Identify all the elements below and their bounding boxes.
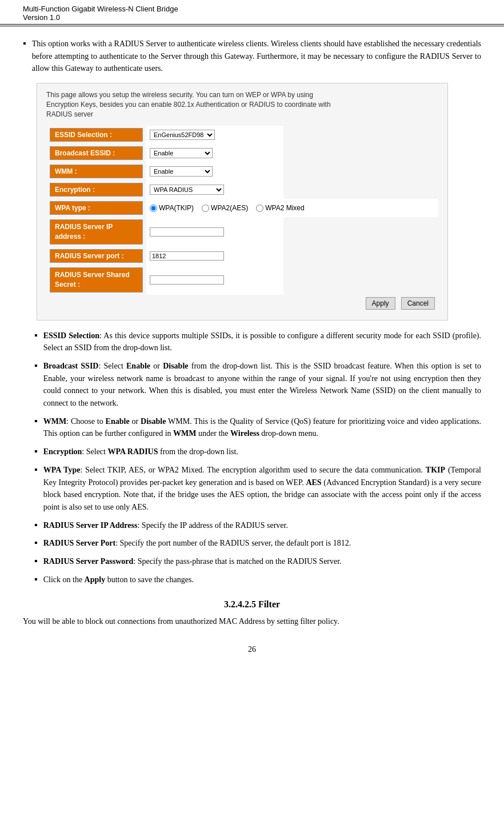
select-broadcast-essid[interactable]: Enable Disable [150, 148, 213, 158]
radio-item-tkip[interactable]: WPA(TKIP) [150, 204, 194, 212]
table-row: Encryption : WPA RADIUS [46, 181, 438, 199]
text-wpatype: : Select TKIP, AES, or WPA2 Mixed. The e… [43, 466, 481, 511]
input-wpatype-cell: WPA(TKIP) WPA2(AES) WPA2 Mixed [146, 199, 438, 217]
form-table: ESSID Selection : EnGenius52FD98 Broadca… [46, 126, 438, 311]
bold-broadcast: Broadcast SSID [43, 362, 99, 370]
text-radius-port: : Specify the port number of the RADIUS … [115, 539, 351, 547]
bullet-sq: ▪ [34, 574, 38, 584]
input-radius-port[interactable] [150, 251, 224, 261]
bold-wpatype: WPA Type [43, 466, 81, 474]
label-essid: ESSID Selection : [50, 128, 143, 142]
button-row: Apply Cancel [283, 295, 438, 312]
text-encryption: : Select WPA RADIUS from the drop-down l… [82, 447, 238, 456]
page-number: 26 [23, 645, 481, 654]
bullet-sq: ▪ [34, 416, 38, 426]
bullet-text-radius-pass: RADIUS Server Password: Specify the pass… [43, 555, 342, 568]
text-broadcast: : Select Enable or Disable from the drop… [43, 362, 481, 407]
bullet-item-broadcast: ▪ Broadcast SSID: Select Enable or Disab… [34, 360, 481, 410]
input-radius-secret[interactable] [150, 275, 224, 285]
text-radius-pass: : Specify the pass-phrase that is matche… [133, 557, 341, 566]
bullet-text-encryption: Encryption: Select WPA RADIUS from the d… [43, 446, 238, 458]
input-radius-ip[interactable] [150, 227, 224, 237]
bold-essid: ESSID Selection [43, 331, 99, 340]
label-wmm: WMM : [50, 165, 143, 178]
bullet-text-radius-ip: RADIUS Server IP Address: Specify the IP… [43, 519, 288, 532]
bullet-symbol: ▪ [23, 38, 26, 49]
bullet-sq: ▪ [34, 520, 38, 530]
table-row: WPA type : WPA(TKIP) WPA2(AES) WPA2 Mixe… [46, 199, 438, 217]
select-encryption[interactable]: WPA RADIUS [150, 185, 224, 195]
bullet-text-essid: ESSID Selection: As this device supports… [43, 330, 481, 354]
section-para: You will be able to block out connection… [23, 615, 481, 628]
apply-button[interactable]: Apply [366, 297, 395, 310]
label-wpa-type: WPA type : [50, 201, 143, 215]
header-line2: Version 1.0 [23, 13, 481, 22]
bullet-sq: ▪ [34, 556, 38, 566]
radio-mixed[interactable] [256, 205, 263, 212]
bullet-sq: ▪ [34, 361, 38, 371]
cancel-button[interactable]: Cancel [401, 297, 435, 310]
radio-item-mixed[interactable]: WPA2 Mixed [256, 204, 304, 212]
bold-radius-pass: RADIUS Server Password [43, 557, 134, 566]
intro-bullet-section: ▪ This option works with a RADIUS Server… [23, 38, 481, 75]
bullet-item-wpatype: ▪ WPA Type: Select TKIP, AES, or WPA2 Mi… [34, 464, 481, 514]
label-encryption: Encryption : [50, 183, 143, 197]
radio-tkip[interactable] [150, 205, 157, 212]
bullet-sq: ▪ [34, 538, 38, 548]
input-radius-port-cell [146, 247, 283, 265]
bullet-text-apply: Click on the Apply button to save the ch… [43, 574, 194, 586]
bullet-sq: ▪ [34, 446, 38, 456]
header-line1: Multi-Function Gigabit Wireless-N Client… [23, 5, 481, 13]
table-row: RADIUS Server SharedSecret : [46, 265, 438, 295]
table-row: RADIUS Server IPaddress : [46, 217, 438, 247]
bullet-item-wmm: ▪ WMM: Choose to Enable or Disable WMM. … [34, 415, 481, 440]
bullet-item-essid: ▪ ESSID Selection: As this device suppor… [34, 330, 481, 354]
bullet-text-broadcast: Broadcast SSID: Select Enable or Disable… [43, 360, 481, 410]
select-wmm[interactable]: Enable Disable [150, 166, 213, 177]
table-row: WMM : Enable Disable [46, 162, 438, 181]
input-broadcast-cell: Enable Disable [146, 144, 283, 162]
bullet-item-encryption: ▪ Encryption: Select WPA RADIUS from the… [34, 446, 481, 458]
input-essid-cell: EnGenius52FD98 [146, 126, 283, 144]
bold-radius-port: RADIUS Server Port [43, 539, 116, 547]
text-apply: Click on the Apply button to save the ch… [43, 575, 194, 584]
input-encryption-cell: WPA RADIUS [146, 181, 283, 199]
bold-radius-ip: RADIUS Server IP Address [43, 521, 138, 530]
label-radius-ip: RADIUS Server IPaddress : [50, 219, 143, 245]
page-header: Multi-Function Gigabit Wireless-N Client… [0, 0, 504, 26]
radio-group-wpatype: WPA(TKIP) WPA2(AES) WPA2 Mixed [150, 204, 435, 212]
bullet-sq: ▪ [34, 330, 38, 341]
bullet-text-wmm: WMM: Choose to Enable or Disable WMM. Th… [43, 415, 481, 440]
bullet-item-radius-ip: ▪ RADIUS Server IP Address: Specify the … [34, 519, 481, 532]
table-row: Broadcast ESSID : Enable Disable [46, 144, 438, 162]
label-broadcast-essid: Broadcast ESSID : [50, 146, 143, 160]
section-heading: 3.2.4.2.5 Filter [23, 599, 481, 610]
screenshot-note: This page allows you setup the wireless … [46, 90, 438, 119]
bullet-item-apply: ▪ Click on the Apply button to save the … [34, 574, 481, 586]
text-radius-ip: : Specify the IP address of the RADIUS s… [137, 521, 287, 530]
input-radius-secret-cell [146, 265, 283, 295]
label-radius-port: RADIUS Server port : [50, 249, 143, 263]
screenshot-box: This page allows you setup the wireless … [37, 83, 448, 321]
table-row: RADIUS Server port : [46, 247, 438, 265]
bold-wmm: WMM [43, 417, 66, 426]
bullet-list: ▪ ESSID Selection: As this device suppor… [34, 330, 481, 586]
table-row-buttons: Apply Cancel [46, 295, 438, 312]
text-essid: : As this device supports multiple SSIDs… [43, 331, 481, 353]
input-wmm-cell: Enable Disable [146, 162, 283, 181]
input-radius-ip-cell [146, 217, 283, 247]
bullet-text-wpatype: WPA Type: Select TKIP, AES, or WPA2 Mixe… [43, 464, 481, 514]
label-radius-secret: RADIUS Server SharedSecret : [50, 267, 143, 293]
select-essid[interactable]: EnGenius52FD98 [150, 130, 215, 140]
bold-encryption: Encryption [43, 447, 82, 456]
bullet-item-radius-port: ▪ RADIUS Server Port: Specify the port n… [34, 537, 481, 550]
intro-bullet-text: This option works with a RADIUS Server t… [32, 38, 481, 75]
table-row: ESSID Selection : EnGenius52FD98 [46, 126, 438, 144]
page-content: ▪ This option works with a RADIUS Server… [0, 26, 504, 666]
bullet-sq: ▪ [34, 464, 38, 475]
radio-item-aes[interactable]: WPA2(AES) [202, 204, 248, 212]
text-wmm: : Choose to Enable or Disable WMM. This … [43, 417, 481, 438]
bullet-text-radius-port: RADIUS Server Port: Specify the port num… [43, 537, 351, 550]
radio-aes[interactable] [202, 205, 209, 212]
bullet-item-radius-pass: ▪ RADIUS Server Password: Specify the pa… [34, 555, 481, 568]
